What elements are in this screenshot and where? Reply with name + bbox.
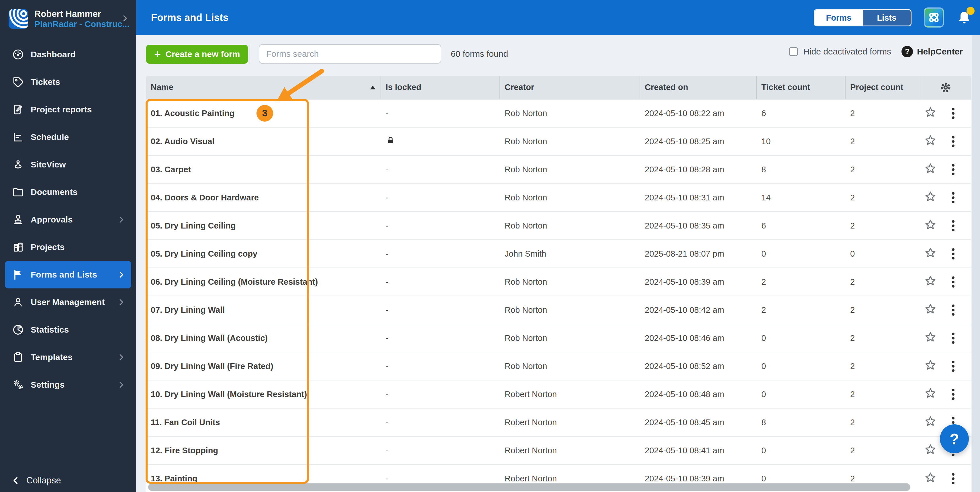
chevron-right-icon	[117, 271, 126, 279]
created-on-cell: 2024-05-10 08:46 am	[640, 324, 757, 352]
ticket-count-cell: 0	[757, 437, 846, 464]
column-settings-gear-icon[interactable]	[920, 76, 971, 99]
favorite-star-icon[interactable]	[924, 471, 937, 486]
buildings-icon	[12, 241, 24, 253]
sidebar-item-statistics[interactable]: Statistics	[5, 316, 131, 344]
form-name: 01. Acoustic Painting	[151, 109, 234, 118]
vertical-scrollbar-track[interactable]	[972, 35, 980, 492]
not-locked-dash: -	[386, 305, 388, 315]
table-row[interactable]: 10. Dry Lining Wall (Moisture Resistant)…	[146, 381, 971, 409]
tab-lists[interactable]: Lists	[863, 10, 911, 25]
table-row[interactable]: 11. Fan Coil Units - Robert Norton 2024-…	[146, 409, 971, 437]
creator-cell: Rob Norton	[500, 268, 640, 296]
siteview-icon	[12, 158, 24, 171]
not-locked-dash: -	[386, 109, 388, 118]
table-row[interactable]: 12. Fire Stopping - Robert Norton 2024-0…	[146, 437, 971, 465]
table-row[interactable]: 08. Dry Lining Wall (Acoustic) - Rob Nor…	[146, 324, 971, 352]
table-row[interactable]: 07. Dry Lining Wall - Rob Norton 2024-05…	[146, 296, 971, 324]
creator-cell: Robert Norton	[500, 381, 640, 408]
column-header-creator[interactable]: Creator	[500, 76, 640, 99]
sidebar-item-settings[interactable]: Settings	[5, 371, 131, 398]
table-row[interactable]: 05. Dry Lining Ceiling - Rob Norton 2024…	[146, 212, 971, 240]
favorite-star-icon[interactable]	[924, 106, 937, 121]
notification-dot	[967, 7, 975, 15]
table-row[interactable]: 03. Carpet - Rob Norton 2024-05-10 08:28…	[146, 156, 971, 184]
collapse-sidebar-button[interactable]: Collapse	[11, 475, 61, 486]
ticket-count-cell: 14	[757, 184, 846, 211]
sidebar-item-schedule[interactable]: Schedule	[5, 123, 131, 151]
row-menu-kebab-icon[interactable]	[950, 302, 957, 318]
row-menu-kebab-icon[interactable]	[950, 162, 957, 177]
floating-help-button[interactable]: ?	[940, 424, 969, 453]
column-header-name[interactable]: Name	[146, 76, 381, 99]
sidebar-item-label: Dashboard	[31, 49, 126, 59]
app-switcher-icon[interactable]	[924, 8, 944, 27]
sidebar-item-projects[interactable]: Projects	[5, 233, 131, 261]
horizontal-scrollbar-thumb[interactable]	[148, 483, 910, 491]
favorite-star-icon[interactable]	[924, 218, 937, 233]
column-header-is-locked[interactable]: Is locked	[381, 76, 500, 99]
row-menu-kebab-icon[interactable]	[950, 105, 957, 121]
ticket-count-cell: 2	[757, 268, 846, 296]
sidebar-item-siteview[interactable]: SiteView	[5, 151, 131, 178]
favorite-star-icon[interactable]	[924, 162, 937, 177]
favorite-star-icon[interactable]	[924, 415, 937, 430]
column-header-ticket-count[interactable]: Ticket count	[757, 76, 846, 99]
row-menu-kebab-icon[interactable]	[950, 274, 957, 290]
favorite-star-icon[interactable]	[924, 246, 937, 261]
table-row[interactable]: 06. Dry Lining Ceiling (Moisture Resista…	[146, 268, 971, 296]
favorite-star-icon[interactable]	[924, 303, 937, 318]
forms-search-input[interactable]	[259, 44, 441, 64]
sidebar-item-forms-and-lists[interactable]: Forms and Lists	[5, 261, 131, 288]
created-on-cell: 2024-05-10 08:22 am	[640, 99, 757, 127]
sidebar-item-templates[interactable]: Templates	[5, 344, 131, 371]
favorite-star-icon[interactable]	[924, 190, 937, 205]
row-menu-kebab-icon[interactable]	[950, 134, 957, 150]
table-row[interactable]: 01. Acoustic Painting 3 - Rob Norton 202…	[146, 99, 971, 127]
table-row[interactable]: 09. Dry Lining Wall (Fire Rated) - Rob N…	[146, 352, 971, 381]
sidebar-item-user-management[interactable]: User Management	[5, 288, 131, 316]
notifications-bell-icon[interactable]	[956, 10, 972, 26]
project-count-cell: 2	[846, 212, 920, 239]
row-menu-kebab-icon[interactable]	[950, 330, 957, 346]
column-header-project-count[interactable]: Project count	[846, 76, 920, 99]
sidebar-item-label: Approvals	[31, 215, 117, 225]
favorite-star-icon[interactable]	[924, 359, 937, 374]
row-menu-kebab-icon[interactable]	[950, 190, 957, 205]
table-row[interactable]: 05. Dry Lining Ceiling copy - John Smith…	[146, 240, 971, 268]
sidebar-item-tickets[interactable]: Tickets	[5, 68, 131, 96]
creator-cell: Robert Norton	[500, 409, 640, 436]
form-name: 03. Carpet	[151, 165, 191, 174]
table-row[interactable]: 04. Doors & Door Hardware - Rob Norton 2…	[146, 184, 971, 212]
hide-deactivated-checkbox[interactable]	[789, 47, 798, 56]
column-header-created-on[interactable]: Created on	[640, 76, 757, 99]
favorite-star-icon[interactable]	[924, 387, 937, 402]
row-menu-kebab-icon[interactable]	[950, 471, 957, 487]
sidebar-item-documents[interactable]: Documents	[5, 178, 131, 206]
created-on-cell: 2024-05-10 08:48 am	[640, 381, 757, 408]
favorite-star-icon[interactable]	[924, 443, 937, 458]
created-on-cell: 2024-05-10 08:35 am	[640, 212, 757, 239]
sidebar-item-project-reports[interactable]: Project reports	[5, 96, 131, 123]
sidebar-item-approvals[interactable]: Approvals	[5, 206, 131, 233]
creator-cell: Rob Norton	[500, 296, 640, 324]
project-count-cell: 2	[846, 381, 920, 408]
tab-forms[interactable]: Forms	[815, 10, 863, 25]
table-row[interactable]: 02. Audio Visual Rob Norton 2024-05-10 0…	[146, 127, 971, 156]
project-count-cell: 2	[846, 184, 920, 211]
table-header-row: Name Is locked Creator Created on Ticket…	[146, 76, 971, 99]
row-menu-kebab-icon[interactable]	[950, 358, 957, 374]
favorite-star-icon[interactable]	[924, 134, 937, 149]
helpcenter-link[interactable]: HelpCenter	[917, 47, 963, 56]
row-menu-kebab-icon[interactable]	[950, 387, 957, 402]
create-new-form-button[interactable]: + Create a new form	[146, 45, 248, 64]
favorite-star-icon[interactable]	[924, 331, 937, 346]
created-on-cell: 2024-05-10 08:41 am	[640, 437, 757, 464]
row-menu-kebab-icon[interactable]	[950, 246, 957, 262]
account-switcher[interactable]: Robert Hammer PlanRadar - Construc...	[0, 0, 136, 38]
row-menu-kebab-icon[interactable]	[950, 218, 957, 234]
favorite-star-icon[interactable]	[924, 274, 937, 290]
help-question-icon[interactable]: ?	[902, 46, 913, 57]
sidebar-item-dashboard[interactable]: Dashboard	[5, 41, 131, 68]
form-name: 02. Audio Visual	[151, 137, 214, 146]
